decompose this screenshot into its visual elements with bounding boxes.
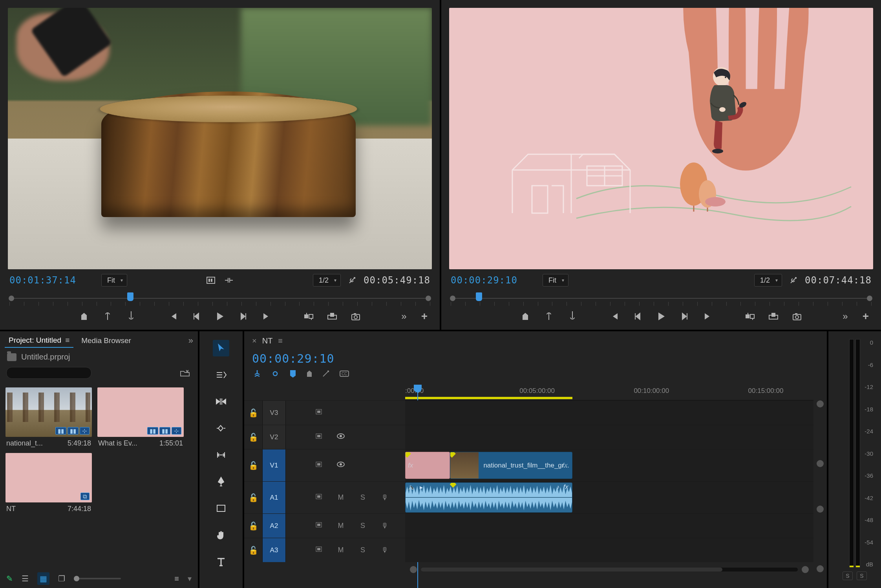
slip-tool[interactable] [213,447,229,463]
eye-icon[interactable] [330,461,352,469]
sync-lock-icon[interactable] [308,522,330,530]
export-frame-icon[interactable] [790,310,804,323]
sync-lock-icon[interactable] [308,493,330,502]
source-zoom-dropdown[interactable]: Fit ▾ [101,274,127,287]
timeline-marker-icon[interactable] [306,370,313,380]
play-icon[interactable] [654,310,668,323]
ripple-edit-tool[interactable] [213,393,229,410]
step-forward-icon[interactable] [678,310,691,323]
snap-icon[interactable] [253,369,261,380]
source-zoom-handle-left[interactable] [9,296,14,301]
sequence-name[interactable]: NT [262,336,273,345]
lock-icon[interactable]: 🔓 [244,433,262,442]
add-marker-icon[interactable] [289,369,297,380]
track-v3-lane[interactable] [405,400,813,425]
go-to-out-icon[interactable] [702,310,715,323]
selection-tool[interactable] [213,340,229,356]
extract-icon[interactable] [767,310,780,323]
track-name[interactable]: A1 [262,482,286,513]
lock-icon[interactable]: 🔓 [244,408,262,418]
lift-icon[interactable] [743,310,757,323]
track-name[interactable]: A3 [262,538,286,562]
track-a2-lane[interactable] [405,513,813,538]
solo-button[interactable]: S [352,522,374,530]
list-view-icon[interactable]: ☰ [22,574,29,583]
add-button-icon[interactable]: + [859,310,872,323]
track-header-a2[interactable]: 🔓 A2 M S 🎙 [244,513,405,538]
voice-over-icon[interactable]: 🎙 [374,493,396,502]
project-search-input[interactable] [6,367,91,379]
timeline-ruler[interactable]: :00:00 00:05:00:00 00:10:00:00 00:15:00:… [405,385,813,400]
source-safe-margins-icon[interactable] [204,274,218,287]
close-sequence-icon[interactable]: × [252,336,257,345]
solo-right-button[interactable]: S [857,572,867,580]
program-zoom-handle-left[interactable] [450,296,455,301]
track-header-v2[interactable]: 🔓 V2 [244,425,405,449]
source-settings-icon[interactable] [345,274,359,287]
insert-icon[interactable] [302,310,315,323]
track-header-v1[interactable]: 🔓 V1 [244,449,405,481]
linked-selection-icon[interactable] [271,369,280,380]
program-zoom-dropdown[interactable]: Fit ▾ [543,274,568,287]
add-button-icon[interactable]: + [418,310,431,323]
program-settings-icon[interactable] [787,274,800,287]
bin-clip-item[interactable]: ⧉ NT7:44:18 [5,453,92,513]
rate-stretch-tool[interactable] [213,420,229,436]
timeline-timecode[interactable]: 00:00:29:10 [244,350,827,369]
track-name[interactable]: V2 [262,425,286,449]
mark-in-icon[interactable] [77,310,91,323]
panel-menu-icon[interactable]: ≡ [278,336,283,345]
new-bin-icon[interactable] [178,366,192,380]
new-item-icon[interactable]: ✎ [6,574,13,583]
v-scroll-mid2[interactable] [817,506,824,513]
program-monitor-video[interactable] [449,8,873,269]
sort-icon[interactable]: ≡ [174,574,179,583]
video-clip-pink[interactable]: fx [405,452,450,479]
more-icon[interactable]: » [397,310,411,323]
program-resolution-dropdown[interactable]: 1/2 ▾ [754,274,782,287]
source-scrubber[interactable] [9,291,430,305]
h-scroll-thumb[interactable] [421,568,722,572]
play-icon[interactable] [213,310,227,323]
solo-button[interactable]: S [352,493,374,502]
bin-clip-item[interactable]: ▮▮▮▮⊹ national_t...5:49:18 [5,387,92,447]
timeline-h-scroll[interactable] [405,562,813,577]
panel-menu-icon[interactable]: ≡ [65,336,69,345]
go-to-in-icon[interactable] [607,310,621,323]
mark-open-icon[interactable] [542,310,556,323]
track-name[interactable]: V1 [262,449,286,481]
step-back-icon[interactable] [190,310,203,323]
program-timecode-left[interactable]: 00:00:29:10 [451,275,517,286]
hand-tool[interactable] [213,527,229,543]
track-name[interactable]: A2 [262,514,286,538]
v-scroll-mid[interactable] [817,460,824,467]
solo-left-button[interactable]: S [843,572,853,580]
sync-lock-icon[interactable] [308,546,330,554]
auto-sequence-icon[interactable]: ▾ [188,574,192,583]
rectangle-tool[interactable] [213,500,229,517]
tab-media-browser[interactable]: Media Browser [77,334,135,347]
step-forward-icon[interactable] [237,310,250,323]
go-to-in-icon[interactable] [166,310,179,323]
pen-tool[interactable] [213,473,229,490]
source-monitor-video[interactable] [8,8,432,269]
lock-icon[interactable]: 🔓 [244,461,262,470]
sync-lock-icon[interactable] [308,461,330,469]
mark-out-icon[interactable] [124,310,138,323]
track-name[interactable]: V3 [262,401,286,425]
mark-out-icon[interactable] [566,310,579,323]
captions-icon[interactable]: CC [339,370,349,380]
track-header-a3[interactable]: 🔓 A3 M S 🎙 [244,538,405,562]
freeform-view-icon[interactable]: ❐ [58,574,65,583]
source-zoom-handle-right[interactable] [426,296,431,301]
source-timecode-left[interactable]: 00:01:37:14 [9,275,76,286]
track-select-tool[interactable] [213,367,229,383]
eye-icon[interactable] [330,433,352,441]
zoom-in-handle[interactable] [802,566,809,573]
source-insert-overwrite-icon[interactable] [222,274,236,287]
audio-clip[interactable]: 🔈▸ ♪fx [405,482,572,513]
mute-button[interactable]: M [330,493,352,502]
tab-project[interactable]: Project: Untitled ≡ [5,334,73,348]
sync-lock-icon[interactable] [308,433,330,441]
mute-button[interactable]: M [330,546,352,554]
